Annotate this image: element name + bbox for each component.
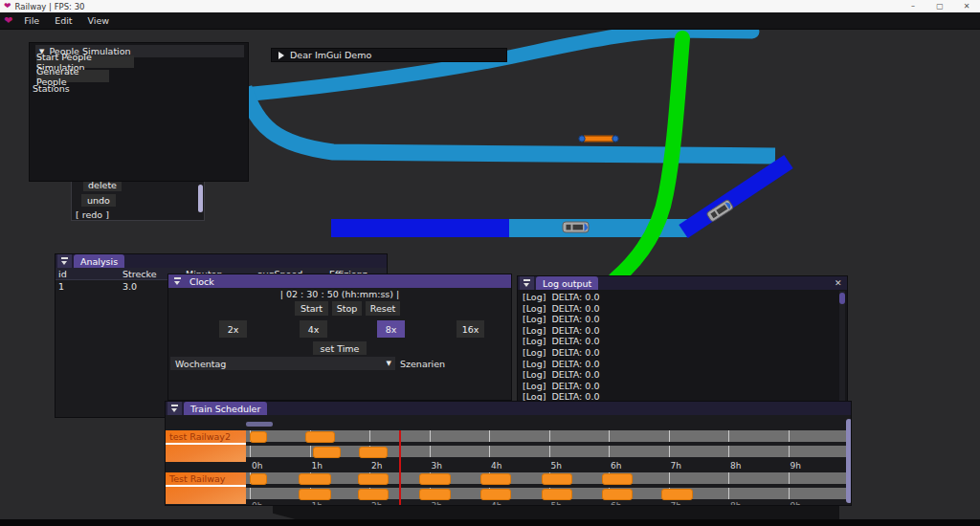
schedule-block[interactable] — [480, 489, 511, 500]
tree-item-stations[interactable]: Stations — [33, 83, 70, 94]
schedule-block[interactable] — [661, 489, 693, 500]
axis-label: 9h — [791, 461, 801, 471]
close-icon[interactable]: ✕ — [835, 278, 842, 288]
schedule-block[interactable] — [250, 473, 267, 485]
people-simulation-panel: ▼ People Simulation Start People Simulat… — [29, 42, 249, 182]
tab-log-output[interactable]: Log output — [536, 276, 598, 290]
schedule-block[interactable] — [358, 489, 389, 500]
schedule-track-b[interactable] — [246, 446, 847, 459]
minimize-button[interactable]: – — [900, 0, 926, 12]
stop-button[interactable]: Stop — [332, 301, 362, 316]
train-on-diagonal[interactable] — [706, 199, 734, 222]
track-horizontal-upper[interactable] — [244, 88, 775, 156]
clock-window: Clock | 02 : 30 : 50 (hh:mm:ss) | StartS… — [167, 274, 512, 401]
schedule-track-a[interactable] — [246, 430, 847, 444]
analysis-titlebar[interactable]: Analysis — [56, 254, 387, 268]
speed-4x-button[interactable]: 4x — [300, 320, 327, 338]
schedule-block[interactable] — [299, 473, 331, 485]
track-dark-blue-segment[interactable] — [331, 219, 509, 237]
cell: 3.0 — [122, 281, 137, 292]
imgui-demo-window[interactable]: Dear ImGui Demo — [271, 48, 507, 62]
set-time-button[interactable]: set Time — [313, 341, 367, 355]
log-line: [Log] DELTA: 0.0 — [523, 359, 599, 370]
log-line: [Log] DELTA: 0.0 — [523, 381, 599, 392]
log-line: [Log] DELTA: 0.0 — [523, 325, 599, 337]
start-button[interactable]: Start — [295, 301, 328, 316]
track-top-curve[interactable] — [243, 31, 752, 95]
segment-node-left[interactable] — [579, 136, 585, 142]
column-header-id: id — [58, 269, 67, 279]
imgui-demo-title: Dear ImGui Demo — [290, 50, 371, 60]
track-light-blue-segment[interactable] — [509, 219, 687, 237]
menu-edit[interactable]: Edit — [47, 15, 79, 26]
log-scrollbar-thumb[interactable] — [839, 293, 845, 304]
railway-app: { "window": { "title": "Railway | FPS: 3… — [0, 0, 980, 526]
reset-button[interactable]: Reset — [366, 301, 400, 316]
schedule-block[interactable] — [419, 473, 451, 485]
redo-item[interactable]: [ redo ] — [76, 209, 109, 220]
popup-scrollbar[interactable] — [198, 185, 203, 212]
schedule-block[interactable] — [542, 473, 572, 485]
schedule-block[interactable] — [542, 489, 572, 500]
segment-node-right[interactable] — [612, 136, 618, 142]
axis-label: 1h — [312, 461, 323, 471]
row-label-text: test Railway2 — [169, 431, 231, 442]
schedule-block[interactable] — [602, 473, 633, 485]
maximize-button[interactable]: ▢ — [926, 0, 953, 12]
schedule-block[interactable] — [299, 489, 331, 500]
log-line: [Log] DELTA: 0.0 — [523, 347, 599, 359]
expand-arrow-icon[interactable] — [278, 52, 284, 59]
train-on-lightblue[interactable] — [563, 222, 589, 232]
clock-titlebar[interactable]: Clock — [168, 274, 511, 288]
szenarien-combo[interactable]: Wochentag ▼ — [170, 357, 395, 370]
log-line: [Log] DELTA: 0.0 — [523, 336, 599, 347]
axis-label: 5h — [551, 461, 562, 471]
collapse-button[interactable] — [520, 276, 534, 290]
time-axis: 0h1h2h3h4h5h6h7h8h9h — [246, 501, 847, 506]
clock-time-display: | 02 : 30 : 50 (hh:mm:ss) | — [168, 289, 511, 299]
scheduler-titlebar[interactable]: Train Scheduler — [166, 402, 851, 415]
schedule-block[interactable] — [419, 489, 451, 500]
scheduler-hscrollbar-thumb[interactable] — [246, 422, 273, 427]
log-line: [Log] DELTA: 0.0 — [523, 303, 599, 315]
axis-label: 2h — [371, 461, 382, 471]
scheduler-vscrollbar-thumb[interactable] — [846, 419, 852, 503]
speed-16x-button[interactable]: 16x — [457, 320, 484, 338]
schedule-block[interactable] — [313, 447, 341, 458]
collapse-button[interactable] — [167, 402, 182, 415]
schedule-block[interactable] — [359, 447, 387, 458]
menu-file[interactable]: File — [16, 15, 47, 26]
collapse-icon[interactable] — [173, 277, 182, 286]
axis-label: 8h — [730, 501, 741, 506]
track-diagonal[interactable] — [683, 162, 789, 231]
undo-button[interactable]: undo — [81, 194, 116, 207]
schedule-block[interactable] — [602, 489, 633, 500]
generate-people-button[interactable]: Generate People — [36, 70, 109, 82]
background-window-strip — [273, 506, 839, 519]
schedule-block[interactable] — [480, 473, 511, 485]
combo-arrow-icon[interactable]: ▼ — [387, 360, 391, 367]
collapse-icon — [60, 257, 69, 266]
tab-analysis[interactable]: Analysis — [74, 254, 124, 268]
menubar-logo-icon: ❤ — [4, 16, 12, 25]
speed-8x-button[interactable]: 8x — [377, 320, 405, 338]
hour-gridline — [789, 430, 790, 442]
schedule-block[interactable] — [305, 431, 335, 443]
collapse-button[interactable] — [57, 254, 72, 268]
schedule-track-b[interactable] — [246, 488, 847, 501]
speed-2x-button[interactable]: 2x — [219, 320, 247, 338]
axis-label: 6h — [611, 461, 621, 471]
row-label-1[interactable]: test Railway2 — [166, 430, 246, 462]
schedule-block[interactable] — [250, 431, 267, 443]
edit-context-popup: deleteundo[ redo ] — [71, 175, 205, 221]
train-scheduler-window: Train Scheduler test Railway20h1h2h3h4h5… — [165, 401, 852, 506]
row-label-2[interactable]: Test Railway — [166, 472, 246, 504]
log-titlebar[interactable]: Log output ✕ — [518, 276, 847, 290]
menu-view[interactable]: View — [80, 15, 118, 26]
schedule-track-a[interactable] — [246, 472, 847, 486]
schedule-block[interactable] — [358, 473, 389, 485]
tab-train-scheduler[interactable]: Train Scheduler — [184, 402, 267, 415]
track-green-curve[interactable] — [615, 38, 682, 279]
log-scrollbar-track[interactable] — [839, 291, 845, 401]
close-button[interactable]: ✕ — [953, 0, 980, 12]
